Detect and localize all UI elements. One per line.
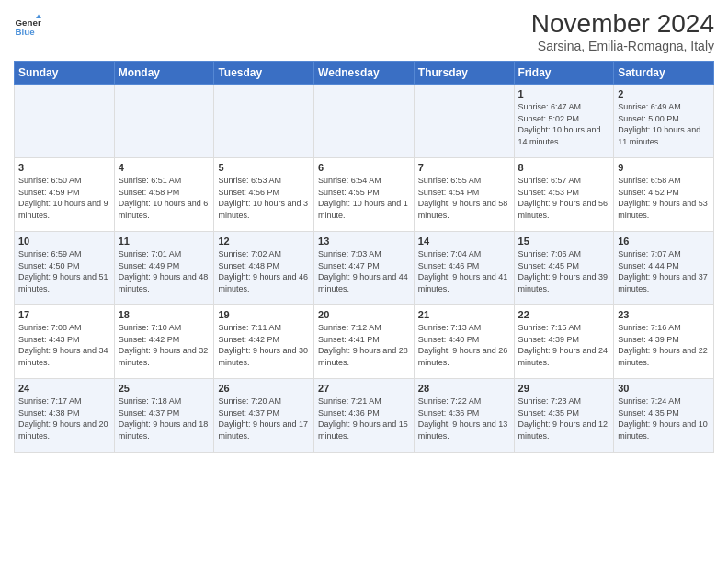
cell-3-0: 17Sunrise: 7:08 AM Sunset: 4:43 PM Dayli… — [15, 305, 115, 379]
cell-1-5: 8Sunrise: 6:57 AM Sunset: 4:53 PM Daylig… — [514, 158, 614, 232]
cell-4-3: 27Sunrise: 7:21 AM Sunset: 4:36 PM Dayli… — [314, 379, 415, 453]
day-number-21: 21 — [418, 309, 510, 320]
cell-4-2: 26Sunrise: 7:20 AM Sunset: 4:37 PM Dayli… — [214, 379, 314, 453]
day-number-4: 4 — [119, 162, 210, 173]
day-number-26: 26 — [218, 383, 310, 394]
calendar-header-row: Sunday Monday Tuesday Wednesday Thursday… — [15, 62, 714, 85]
day-info-2: Sunrise: 6:49 AM Sunset: 5:00 PM Dayligh… — [618, 101, 710, 147]
day-number-8: 8 — [518, 162, 610, 173]
day-number-16: 16 — [618, 236, 710, 247]
cell-1-4: 7Sunrise: 6:55 AM Sunset: 4:54 PM Daylig… — [414, 158, 514, 232]
day-info-7: Sunrise: 6:55 AM Sunset: 4:54 PM Dayligh… — [418, 175, 510, 221]
header-sunday: Sunday — [15, 62, 115, 85]
cell-0-6: 2Sunrise: 6:49 AM Sunset: 5:00 PM Daylig… — [614, 85, 714, 158]
cell-1-6: 9Sunrise: 6:58 AM Sunset: 4:52 PM Daylig… — [614, 158, 714, 232]
cell-4-5: 29Sunrise: 7:23 AM Sunset: 4:35 PM Dayli… — [514, 379, 614, 453]
cell-0-5: 1Sunrise: 6:47 AM Sunset: 5:02 PM Daylig… — [514, 85, 614, 158]
cell-0-2 — [214, 85, 314, 158]
day-info-10: Sunrise: 6:59 AM Sunset: 4:50 PM Dayligh… — [18, 248, 110, 294]
cell-2-6: 16Sunrise: 7:07 AM Sunset: 4:44 PM Dayli… — [614, 232, 714, 305]
day-info-15: Sunrise: 7:06 AM Sunset: 4:45 PM Dayligh… — [518, 248, 610, 294]
cell-3-3: 20Sunrise: 7:12 AM Sunset: 4:41 PM Dayli… — [314, 305, 415, 379]
cell-0-3 — [314, 85, 415, 158]
cell-1-2: 5Sunrise: 6:53 AM Sunset: 4:56 PM Daylig… — [214, 158, 314, 232]
day-info-16: Sunrise: 7:07 AM Sunset: 4:44 PM Dayligh… — [618, 248, 710, 294]
cell-0-4 — [414, 85, 514, 158]
calendar-table: Sunday Monday Tuesday Wednesday Thursday… — [14, 61, 714, 453]
day-info-6: Sunrise: 6:54 AM Sunset: 4:55 PM Dayligh… — [318, 175, 410, 221]
day-number-20: 20 — [318, 309, 410, 320]
day-info-9: Sunrise: 6:58 AM Sunset: 4:52 PM Dayligh… — [618, 175, 710, 221]
day-number-27: 27 — [318, 383, 410, 394]
day-number-25: 25 — [119, 383, 210, 394]
day-number-15: 15 — [518, 236, 610, 247]
day-number-12: 12 — [218, 236, 310, 247]
header-friday: Friday — [514, 62, 614, 85]
header-wednesday: Wednesday — [314, 62, 415, 85]
day-number-19: 19 — [218, 309, 310, 320]
day-number-2: 2 — [618, 88, 710, 99]
logo-icon: General Blue — [14, 13, 41, 40]
day-info-25: Sunrise: 7:18 AM Sunset: 4:37 PM Dayligh… — [119, 396, 210, 442]
cell-0-1 — [114, 85, 214, 158]
day-info-21: Sunrise: 7:13 AM Sunset: 4:40 PM Dayligh… — [418, 322, 510, 368]
day-info-8: Sunrise: 6:57 AM Sunset: 4:53 PM Dayligh… — [518, 175, 610, 221]
day-info-23: Sunrise: 7:16 AM Sunset: 4:39 PM Dayligh… — [618, 322, 710, 368]
day-info-13: Sunrise: 7:03 AM Sunset: 4:47 PM Dayligh… — [318, 248, 410, 294]
day-number-18: 18 — [119, 309, 210, 320]
day-number-22: 22 — [518, 309, 610, 320]
day-number-17: 17 — [18, 309, 110, 320]
header-thursday: Thursday — [414, 62, 514, 85]
day-number-9: 9 — [618, 162, 710, 173]
day-info-3: Sunrise: 6:50 AM Sunset: 4:59 PM Dayligh… — [18, 175, 110, 221]
day-number-7: 7 — [418, 162, 510, 173]
header-tuesday: Tuesday — [214, 62, 314, 85]
day-info-19: Sunrise: 7:11 AM Sunset: 4:42 PM Dayligh… — [218, 322, 310, 368]
cell-1-1: 4Sunrise: 6:51 AM Sunset: 4:58 PM Daylig… — [114, 158, 214, 232]
day-number-11: 11 — [119, 236, 210, 247]
day-info-1: Sunrise: 6:47 AM Sunset: 5:02 PM Dayligh… — [518, 101, 610, 147]
day-number-24: 24 — [18, 383, 110, 394]
cell-4-4: 28Sunrise: 7:22 AM Sunset: 4:36 PM Dayli… — [414, 379, 514, 453]
header-monday: Monday — [114, 62, 214, 85]
cell-2-3: 13Sunrise: 7:03 AM Sunset: 4:47 PM Dayli… — [314, 232, 415, 305]
day-info-26: Sunrise: 7:20 AM Sunset: 4:37 PM Dayligh… — [218, 396, 310, 442]
day-number-13: 13 — [318, 236, 410, 247]
day-info-17: Sunrise: 7:08 AM Sunset: 4:43 PM Dayligh… — [18, 322, 110, 368]
day-number-10: 10 — [18, 236, 110, 247]
day-info-22: Sunrise: 7:15 AM Sunset: 4:39 PM Dayligh… — [518, 322, 610, 368]
day-number-14: 14 — [418, 236, 510, 247]
cell-0-0 — [15, 85, 115, 158]
day-info-11: Sunrise: 7:01 AM Sunset: 4:49 PM Dayligh… — [119, 248, 210, 294]
page-container: General Blue November 2024 Sarsina, Emil… — [0, 0, 728, 462]
cell-1-3: 6Sunrise: 6:54 AM Sunset: 4:55 PM Daylig… — [314, 158, 415, 232]
day-info-18: Sunrise: 7:10 AM Sunset: 4:42 PM Dayligh… — [119, 322, 210, 368]
cell-1-0: 3Sunrise: 6:50 AM Sunset: 4:59 PM Daylig… — [15, 158, 115, 232]
cell-2-1: 11Sunrise: 7:01 AM Sunset: 4:49 PM Dayli… — [114, 232, 214, 305]
svg-text:Blue: Blue — [16, 27, 36, 37]
week-row-3: 17Sunrise: 7:08 AM Sunset: 4:43 PM Dayli… — [15, 305, 714, 379]
cell-2-2: 12Sunrise: 7:02 AM Sunset: 4:48 PM Dayli… — [214, 232, 314, 305]
subtitle: Sarsina, Emilia-Romagna, Italy — [531, 39, 714, 53]
cell-3-6: 23Sunrise: 7:16 AM Sunset: 4:39 PM Dayli… — [614, 305, 714, 379]
cell-4-6: 30Sunrise: 7:24 AM Sunset: 4:35 PM Dayli… — [614, 379, 714, 453]
day-info-29: Sunrise: 7:23 AM Sunset: 4:35 PM Dayligh… — [518, 396, 610, 442]
day-info-5: Sunrise: 6:53 AM Sunset: 4:56 PM Dayligh… — [218, 175, 310, 221]
cell-2-0: 10Sunrise: 6:59 AM Sunset: 4:50 PM Dayli… — [15, 232, 115, 305]
day-info-20: Sunrise: 7:12 AM Sunset: 4:41 PM Dayligh… — [318, 322, 410, 368]
day-info-27: Sunrise: 7:21 AM Sunset: 4:36 PM Dayligh… — [318, 396, 410, 442]
day-number-3: 3 — [18, 162, 110, 173]
svg-marker-2 — [36, 15, 41, 19]
day-number-5: 5 — [218, 162, 310, 173]
cell-2-4: 14Sunrise: 7:04 AM Sunset: 4:46 PM Dayli… — [414, 232, 514, 305]
header: General Blue November 2024 Sarsina, Emil… — [14, 9, 714, 53]
cell-3-2: 19Sunrise: 7:11 AM Sunset: 4:42 PM Dayli… — [214, 305, 314, 379]
day-info-14: Sunrise: 7:04 AM Sunset: 4:46 PM Dayligh… — [418, 248, 510, 294]
logo: General Blue — [14, 13, 41, 40]
month-title: November 2024 — [531, 9, 714, 39]
day-number-23: 23 — [618, 309, 710, 320]
day-number-30: 30 — [618, 383, 710, 394]
cell-3-4: 21Sunrise: 7:13 AM Sunset: 4:40 PM Dayli… — [414, 305, 514, 379]
week-row-0: 1Sunrise: 6:47 AM Sunset: 5:02 PM Daylig… — [15, 85, 714, 158]
day-info-30: Sunrise: 7:24 AM Sunset: 4:35 PM Dayligh… — [618, 396, 710, 442]
